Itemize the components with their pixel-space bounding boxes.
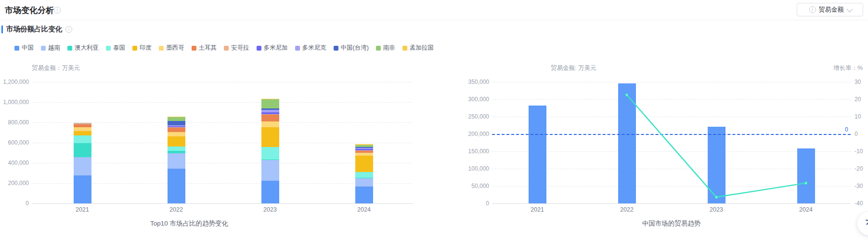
legend-item-泰国[interactable]: 泰国 [106, 44, 125, 52]
trade-amount-bar-2022[interactable] [618, 83, 636, 203]
stacked-bar-segment-墨西哥[interactable] [74, 127, 91, 131]
stacked-bar-segment-越南[interactable] [261, 160, 279, 181]
legend-item-多米尼加[interactable]: 多米尼加 [257, 44, 288, 52]
stacked-bar-segment-孟加拉国[interactable] [355, 144, 373, 145]
charts-area: 贸易金额：万美元 贸易金额: 万美元 增长率：% Top10 市场占比的趋势变化… [0, 55, 868, 240]
stacked-bar-segment-多米尼加[interactable] [168, 126, 185, 127]
metric-selector-dropdown[interactable]: i 贸易金额 [797, 3, 863, 16]
stacked-bar-segment-土耳其[interactable] [168, 128, 185, 133]
stacked-bar-segment-土耳其[interactable] [261, 114, 279, 121]
trade-amount-bar-2021[interactable] [529, 106, 546, 203]
section-accent-bar [1, 26, 3, 33]
legend-label: 墨西哥 [166, 44, 184, 52]
stacked-bar-segment-多米尼加[interactable] [261, 112, 279, 114]
page-title-info-icon[interactable]: i [54, 7, 61, 13]
stacked-bar-segment-印度[interactable] [74, 131, 91, 135]
stacked-bar-segment-中国(台湾)[interactable] [168, 121, 185, 125]
right-chart-left-y-tick: 300,000 [453, 95, 489, 103]
trade-amount-bar-2023[interactable] [708, 127, 725, 203]
stacked-bar-segment-印度[interactable] [168, 136, 185, 147]
stacked-bar-segment-越南[interactable] [355, 178, 373, 187]
legend-swatch [295, 46, 300, 51]
stacked-bar-segment-印度[interactable] [261, 127, 279, 147]
stacked-bar-segment-中国[interactable] [261, 181, 279, 203]
stacked-bar-segment-泰国[interactable] [74, 135, 91, 143]
stacked-bar-segment-南非[interactable] [261, 99, 279, 109]
right-chart-right-y-tick: -30 [855, 182, 868, 190]
legend-label: 中国(台湾) [341, 44, 369, 52]
left-chart-x-label: 2023 [256, 206, 285, 213]
left-chart-grid-line [32, 102, 412, 103]
left-chart-grid-line [32, 82, 412, 82]
stacked-bar-segment-中国[interactable] [355, 187, 373, 203]
stacked-bar-segment-墨西哥[interactable] [355, 153, 373, 156]
section-info-icon[interactable]: i [65, 26, 72, 33]
left-chart-y-tick: 800,000 [0, 119, 29, 126]
legend-item-澳大利亚[interactable]: 澳大利亚 [67, 44, 99, 52]
legend-item-土耳其[interactable]: 土耳其 [192, 44, 217, 52]
right-chart-right-y-tick: 0 [855, 130, 868, 138]
stacked-bar-segment-土耳其[interactable] [355, 150, 373, 152]
legend-label: 安哥拉 [231, 44, 249, 52]
stacked-bar-segment-澳大利亚[interactable] [168, 151, 185, 153]
stacked-bar-segment-澳大利亚[interactable] [74, 143, 91, 157]
left-chart-title: Top10 市场占比的趋势变化 [35, 219, 343, 228]
stacked-bar-segment-多米尼克[interactable] [74, 123, 91, 124]
legend-label: 中国 [22, 44, 34, 52]
legend-swatch [41, 46, 46, 51]
stacked-bar-segment-中国(台湾)[interactable] [355, 147, 373, 148]
stacked-bar-segment-印度[interactable] [355, 156, 373, 172]
legend-item-安哥拉[interactable]: 安哥拉 [224, 44, 249, 52]
stacked-bar-segment-墨西哥[interactable] [168, 132, 185, 136]
stacked-bar-segment-多米尼克[interactable] [168, 125, 185, 126]
legend-item-南非[interactable]: 南非 [376, 44, 395, 52]
legend-label: 土耳其 [199, 44, 217, 52]
stacked-bar-segment-墨西哥[interactable] [261, 121, 279, 127]
stacked-bar-segment-中国(台湾)[interactable] [261, 108, 279, 110]
legend-item-孟加拉国[interactable]: 孟加拉国 [402, 44, 434, 52]
legend-swatch [67, 46, 72, 51]
right-chart-right-y-tick: 30 [855, 78, 868, 86]
legend-item-印度[interactable]: 印度 [132, 44, 152, 52]
stacked-bar-segment-安哥拉[interactable] [261, 114, 279, 115]
stacked-bar-segment-多米尼克[interactable] [355, 148, 373, 149]
stacked-bar-segment-澳大利亚[interactable] [261, 160, 279, 160]
legend-item-多米尼克[interactable]: 多米尼克 [295, 44, 326, 52]
legend-item-越南[interactable]: 越南 [41, 44, 60, 52]
legend-item-中国[interactable]: 中国 [14, 44, 34, 52]
stacked-bar-segment-泰国[interactable] [261, 147, 279, 159]
legend-swatch [224, 46, 229, 51]
right-chart-left-y-tick: 250,000 [453, 113, 489, 120]
legend-swatch [106, 46, 111, 51]
stacked-bar-segment-泰国[interactable] [168, 147, 185, 151]
stacked-bar-segment-越南[interactable] [74, 157, 91, 175]
legend-swatch [376, 46, 381, 51]
left-chart-x-label: 2022 [162, 206, 191, 213]
legend-item-中国(台湾)[interactable]: 中国(台湾) [334, 44, 369, 52]
stacked-bar-segment-安哥拉[interactable] [355, 150, 373, 151]
legend-label: 多米尼克 [302, 44, 326, 52]
legend-label: 孟加拉国 [410, 44, 434, 52]
stacked-bar-segment-中国[interactable] [168, 169, 185, 203]
right-chart-right-y-tick: -40 [855, 200, 868, 207]
stacked-bar-segment-泰国[interactable] [355, 172, 373, 178]
trade-amount-bar-2024[interactable] [797, 148, 815, 203]
legend-label: 南非 [383, 44, 395, 52]
right-chart-right-y-tick: -20 [855, 165, 868, 173]
stacked-bar-segment-南非[interactable] [355, 145, 373, 147]
stacked-bar-segment-多米尼加[interactable] [74, 123, 91, 124]
stacked-bar-segment-澳大利亚[interactable] [355, 178, 373, 178]
legend-item-墨西哥[interactable]: 墨西哥 [159, 44, 184, 52]
stacked-bar-segment-多米尼克[interactable] [261, 110, 279, 112]
right-chart-title: 中国市场的贸易趋势 [492, 219, 851, 228]
stacked-bar-segment-多米尼加[interactable] [355, 149, 373, 150]
stacked-bar-segment-中国[interactable] [74, 175, 91, 203]
stacked-bar-segment-安哥拉[interactable] [74, 124, 91, 124]
metric-info-icon: i [809, 6, 816, 13]
page-title: 市场变化分析 [5, 5, 54, 16]
stacked-bar-segment-越南[interactable] [168, 153, 185, 169]
legend-swatch [192, 46, 196, 51]
stacked-bar-segment-土耳其[interactable] [74, 124, 91, 127]
right-chart-right-y-tick: 10 [855, 113, 868, 120]
stacked-bar-segment-南非[interactable] [168, 117, 185, 121]
